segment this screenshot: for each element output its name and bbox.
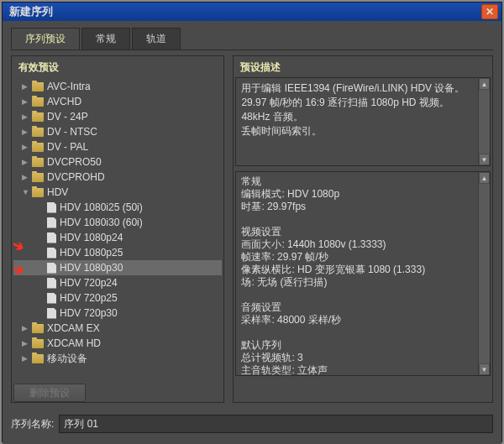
item-label: HDV [47,186,68,198]
detail-line [241,213,485,226]
item-label: XDCAM HD [47,337,101,349]
desc-line: 48kHz 音频。 [241,110,485,124]
scrollbar[interactable]: ▲ ▼ [478,172,490,375]
folder-icon [32,128,44,137]
file-icon [47,263,56,274]
expand-icon[interactable]: ▶ [22,158,30,166]
detail-line: 帧速率: 29.97 帧/秒 [241,251,485,264]
item-label: AVC-Intra [47,81,91,92]
folder-icon [32,82,44,91]
file-icon [47,217,56,228]
file-icon [47,202,56,213]
item-label: XDCAM EX [47,322,100,334]
sequence-name-input[interactable] [59,415,493,433]
detail-line [241,326,485,339]
item-label: HDV 1080i30 (60i) [60,217,143,228]
preset-item[interactable]: HDV 720p24 [13,275,222,290]
dialog-window: 新建序列 ✕ 序列预设 常规 轨道 有效预设 ➔ ➔ ▶AVC-Intra▶AV… [2,2,502,442]
expand-icon[interactable]: ▶ [22,112,30,121]
detail-line: 默认序列 [241,339,485,352]
expand-icon[interactable]: ▶ [22,173,30,181]
item-label: DVCPROHD [47,171,105,183]
scroll-down-icon[interactable]: ▼ [479,154,490,165]
expand-icon[interactable]: ▶ [22,143,30,151]
preset-detail-box: 常规编辑模式: HDV 1080p时基: 29.97fps 视频设置画面大小: … [235,171,491,376]
left-presets-panel: 有效预设 ➔ ➔ ▶AVC-Intra▶AVCHD▶DV - 24P▶DV - … [11,55,224,403]
scroll-up-icon[interactable]: ▲ [479,172,490,184]
expand-icon[interactable]: ▶ [22,82,30,91]
folder-item[interactable]: ▶DVCPROHD [13,170,222,185]
preset-description-box: 用于编辑 IEEE1394 (FireWire/i.LINK) HDV 设备。2… [235,77,491,166]
folder-item[interactable]: ▶DV - NTSC [13,124,222,139]
desc-line: 丢帧时间码索引。 [241,124,485,138]
item-label: HDV 1080i25 (50i) [60,201,143,213]
item-label: DV - NTSC [47,126,97,138]
item-label: HDV 720p25 [60,292,118,304]
delete-preset-button[interactable]: 删除预设 [13,384,86,402]
detail-line: 视频设置 [241,226,485,238]
folder-item[interactable]: ▶XDCAM HD [13,336,222,351]
tab-presets[interactable]: 序列预设 [11,28,80,50]
item-label: DV - 24P [47,111,88,123]
item-label: DV - PAL [47,141,88,153]
item-label: HDV 720p30 [60,307,118,319]
file-icon [47,293,56,304]
folder-icon [32,188,44,197]
folder-item[interactable]: ▶DV - 24P [13,109,222,124]
close-icon: ✕ [486,6,494,18]
preset-item[interactable]: HDV 1080i30 (60i) [13,215,222,230]
titlebar: 新建序列 ✕ [3,3,501,21]
folder-item[interactable]: ▼HDV [13,185,222,200]
file-icon [47,232,56,243]
expand-icon[interactable]: ▶ [22,354,30,363]
desc-line: 29.97 帧/秒的 16:9 逐行扫描 1080p HD 视频。 [241,96,485,110]
right-desc-panel: 预设描述 用于编辑 IEEE1394 (FireWire/i.LINK) HDV… [233,55,493,403]
preset-item[interactable]: HDV 1080p24 [13,230,222,245]
scrollbar[interactable]: ▲ ▼ [478,78,490,165]
detail-line: 场: 无场 (逐行扫描) [241,276,485,289]
folder-item[interactable]: ▶AVC-Intra [13,79,222,94]
file-icon [47,248,56,259]
window-title: 新建序列 [6,4,481,19]
folder-item[interactable]: ▶XDCAM EX [13,321,222,336]
folder-icon [32,158,44,167]
item-label: HDV 1080p30 [60,262,123,274]
detail-line: 主音轨类型: 立体声 [241,364,485,376]
folder-item[interactable]: ▶DV - PAL [13,139,222,154]
scroll-down-icon[interactable]: ▼ [479,363,490,375]
preset-tree[interactable]: ➔ ➔ ▶AVC-Intra▶AVCHD▶DV - 24P▶DV - NTSC▶… [13,77,222,378]
detail-line: 常规 [241,175,485,188]
preset-item[interactable]: HDV 1080p25 [13,245,222,260]
folder-item[interactable]: ▶移动设备 [13,351,222,366]
detail-line: 音频设置 [241,301,485,314]
tab-tracks[interactable]: 轨道 [132,28,181,50]
expand-icon[interactable]: ▶ [22,128,30,136]
preset-item[interactable]: HDV 1080p30 [13,260,222,275]
preset-item[interactable]: HDV 720p25 [13,290,222,306]
item-label: HDV 1080p25 [60,247,123,259]
preset-item[interactable]: HDV 1080i25 (50i) [13,200,222,215]
item-label: HDV 1080p24 [60,232,123,243]
expand-icon[interactable]: ▶ [22,324,30,332]
item-label: HDV 720p24 [60,277,118,289]
folder-icon [32,97,44,107]
detail-line: 像素纵横比: HD 变形宽银幕 1080 (1.333) [241,264,485,276]
file-icon [47,278,56,289]
close-button[interactable]: ✕ [481,4,498,19]
sequence-name-label: 序列名称: [11,417,54,431]
detail-line: 时基: 29.97fps [241,201,485,213]
preset-item[interactable]: HDV 720p30 [13,306,222,321]
folder-item[interactable]: ▶DVCPRO50 [13,154,222,170]
item-label: AVCHD [47,96,81,107]
item-label: 移动设备 [47,352,87,366]
tab-general[interactable]: 常规 [81,28,130,50]
right-panel-title: 预设描述 [235,58,491,77]
folder-item[interactable]: ▶AVCHD [13,94,222,109]
scroll-up-icon[interactable]: ▲ [479,78,490,90]
desc-line: 用于编辑 IEEE1394 (FireWire/i.LINK) HDV 设备。 [241,81,485,96]
folder-icon [32,324,44,333]
expand-icon[interactable]: ▶ [22,339,30,347]
expand-icon[interactable]: ▶ [22,97,30,106]
expand-icon[interactable]: ▼ [22,188,30,196]
detail-line: 编辑模式: HDV 1080p [241,188,485,201]
